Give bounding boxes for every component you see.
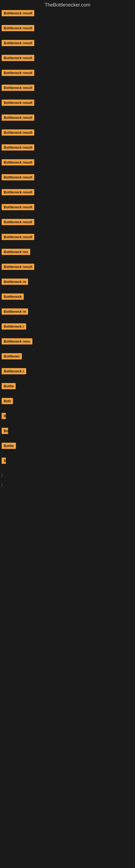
list-item: Bottleneck result	[0, 85, 135, 92]
bottleneck-badge: Bottleneck result	[2, 234, 34, 240]
list-item: Bo	[0, 428, 135, 435]
list-item: Bottleneck result	[0, 234, 135, 241]
list-item: Bottleneck result	[0, 144, 135, 152]
list-item: |	[0, 472, 135, 477]
list-item: Bottlenec	[0, 353, 135, 361]
list-item: Bottleneck result	[0, 204, 135, 211]
list-item: Bottleneck result	[0, 115, 135, 122]
list-item: B	[0, 458, 135, 465]
site-title: TheBottlenecker.com	[0, 0, 135, 9]
list-item: Bottleneck	[0, 293, 135, 301]
bottleneck-badge: Bottleneck re	[2, 279, 28, 285]
bottleneck-badge: Bo	[2, 428, 8, 434]
bottleneck-badge: Bottleneck result	[2, 264, 34, 270]
items-container: Bottleneck resultBottleneck resultBottle…	[0, 9, 135, 492]
bottleneck-badge: Bottleneck res	[2, 249, 30, 255]
bottleneck-badge: Bottleneck result	[2, 99, 34, 106]
list-item: Bottleneck result	[0, 40, 135, 47]
bottleneck-badge: Bottleneck result	[2, 10, 34, 16]
bottleneck-badge: Bottleneck result	[2, 40, 34, 46]
list-item: Bottleneck result	[0, 264, 135, 271]
bottleneck-badge: Bottleneck result	[2, 55, 34, 61]
list-item: Bottleneck result	[0, 25, 135, 32]
bottleneck-badge: B	[2, 458, 6, 464]
list-item: Bottleneck re	[0, 279, 135, 286]
bottleneck-badge: Bottle	[2, 443, 16, 449]
list-item: Bottleneck resu	[0, 338, 135, 346]
list-item: Bottleneck result	[0, 189, 135, 196]
bottleneck-badge: B	[2, 413, 6, 419]
list-item: Bottle	[0, 443, 135, 450]
bottleneck-badge: Bott	[2, 398, 13, 404]
bottleneck-badge: Bottleneck r	[2, 323, 26, 330]
list-item: Bottleneck result	[0, 70, 135, 77]
bottleneck-badge: Bottlenec	[2, 353, 22, 360]
list-item: Bottleneck result	[0, 219, 135, 226]
bottleneck-badge: Bottleneck re	[2, 308, 28, 315]
list-item: Bottleneck result	[0, 99, 135, 107]
bottleneck-badge: Bottleneck result	[2, 174, 34, 180]
bottleneck-badge: Bottleneck result	[2, 25, 34, 31]
list-item: Bottleneck result	[0, 129, 135, 137]
bottleneck-badge: Bottleneck result	[2, 70, 34, 76]
list-item: Bottleneck res	[0, 249, 135, 256]
list-item: |	[0, 482, 135, 487]
list-item: Bottleneck result	[0, 174, 135, 182]
bottleneck-badge: Bottleneck r	[2, 368, 26, 374]
list-item: Bottleneck result	[0, 55, 135, 62]
bottleneck-badge: Bottleneck result	[2, 219, 34, 225]
list-item: Bottleneck result	[0, 159, 135, 166]
list-item: Bottle	[0, 383, 135, 390]
list-item: B	[0, 413, 135, 420]
list-item: Bott	[0, 398, 135, 405]
bottleneck-badge: Bottleneck result	[2, 129, 34, 135]
bottleneck-badge: Bottleneck result	[2, 115, 34, 121]
list-item: Bottleneck r	[0, 323, 135, 331]
bottleneck-badge: Bottleneck	[2, 293, 24, 300]
separator: |	[2, 473, 2, 477]
list-item: Bottleneck result	[0, 10, 135, 18]
bottleneck-badge: Bottleneck result	[2, 144, 34, 151]
bottleneck-badge: Bottle	[2, 383, 16, 389]
bottleneck-badge: Bottleneck result	[2, 189, 34, 195]
bottleneck-badge: Bottleneck resu	[2, 338, 32, 344]
bottleneck-badge: Bottleneck result	[2, 85, 34, 91]
list-item: Bottleneck r	[0, 368, 135, 375]
site-header: TheBottlenecker.com	[0, 0, 135, 9]
bottleneck-badge: Bottleneck result	[2, 159, 34, 165]
bottleneck-badge: Bottleneck result	[2, 204, 34, 210]
separator: |	[2, 483, 2, 487]
list-item: Bottleneck re	[0, 308, 135, 316]
